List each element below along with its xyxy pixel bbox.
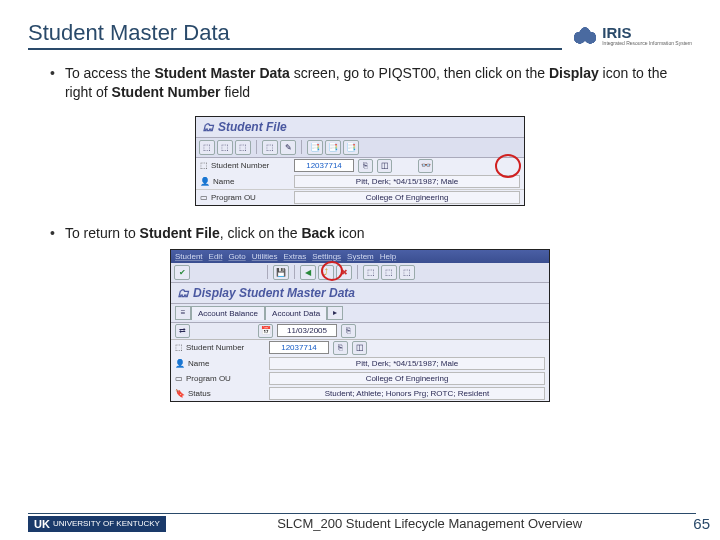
field-program-ou: College Of Engineering: [269, 372, 545, 385]
sap2-menubar: Student Edit Goto Utilities Extras Setti…: [171, 250, 549, 263]
toolbar-button[interactable]: ⬚: [199, 140, 215, 155]
toolbar-button[interactable]: ⬚: [399, 265, 415, 280]
menu-item[interactable]: System: [347, 252, 374, 261]
menu-item[interactable]: Extras: [284, 252, 307, 261]
sap2-toolbar-top: ✔ 💾 ◀ ⤴ ✖ ⬚ ⬚ ⬚: [171, 263, 549, 283]
sap2-header: 🗂 Display Student Master Data: [171, 283, 549, 304]
iris-flower-icon: [572, 22, 598, 48]
uk-logo: UK UNIVERSITY OF KENTUCKY: [28, 516, 166, 532]
field-name: Pitt, Derk; *04/15/1987; Male: [269, 357, 545, 370]
label-program-ou: ▭Program OU: [200, 193, 290, 202]
menu-item[interactable]: Edit: [209, 252, 223, 261]
toolbar-button[interactable]: ⬚: [381, 265, 397, 280]
label-program-ou: ▭Program OU: [175, 374, 265, 383]
search-help-icon[interactable]: ⎘: [333, 341, 348, 355]
iris-logo: IRIS Integrated Resource Information Sys…: [562, 22, 692, 50]
toolbar-button[interactable]: ⬚: [363, 265, 379, 280]
tab-icon[interactable]: ≡: [175, 306, 191, 320]
toolbar-button[interactable]: 📑: [343, 140, 359, 155]
label-status: 🔖Status: [175, 389, 265, 398]
field-student-number[interactable]: 12037714: [294, 159, 354, 172]
toolbar-button[interactable]: 📑: [307, 140, 323, 155]
menu-item[interactable]: Help: [380, 252, 396, 261]
page-number: 65: [693, 515, 710, 532]
create-icon[interactable]: ◫: [377, 159, 392, 173]
field-name: Pitt, Derk; *04/15/1987; Male: [294, 175, 520, 188]
toggle-icon[interactable]: ⇄: [175, 324, 190, 338]
footer-text: SLCM_200 Student Lifecycle Management Ov…: [166, 516, 693, 531]
enter-icon[interactable]: ✔: [174, 265, 190, 280]
tab-scroll-icon[interactable]: ▸: [327, 306, 343, 320]
label-name: 👤Name: [175, 359, 265, 368]
bullet-2-text: To return to Student File, click on the …: [65, 224, 365, 243]
iris-logo-subtext: Integrated Resource Information System: [602, 41, 692, 46]
tab-account-balance[interactable]: Account Balance: [191, 306, 265, 320]
menu-item[interactable]: Utilities: [252, 252, 278, 261]
label-name: 👤Name: [200, 177, 290, 186]
field-program-ou: College Of Engineering: [294, 191, 520, 204]
back-icon[interactable]: ◀: [300, 265, 316, 280]
toolbar-button[interactable]: ⬚: [217, 140, 233, 155]
cancel-icon[interactable]: ✖: [336, 265, 352, 280]
field-date[interactable]: 11/03/2005: [277, 324, 337, 337]
label-student-number: ⬚Student Number: [200, 161, 290, 170]
exit-icon[interactable]: ⤴: [318, 265, 334, 280]
sap2-tabs: ≡ Account Balance Account Data ▸: [171, 304, 549, 323]
toolbar-button[interactable]: ⬚: [235, 140, 251, 155]
field-status: Student; Athlete; Honors Prg; ROTC; Resi…: [269, 387, 545, 400]
card-icon: 🗂: [202, 120, 214, 134]
sap1-header: 🗂 Student File: [196, 117, 524, 138]
card-icon: 🗂: [177, 286, 189, 300]
label-student-number: ⬚Student Number: [175, 343, 265, 352]
sap-screenshot-1: 🗂 Student File ⬚ ⬚ ⬚ ⬚ ✎ 📑 📑 📑: [195, 116, 525, 206]
field-student-number[interactable]: 12037714: [269, 341, 329, 354]
tab-account-data[interactable]: Account Data: [265, 306, 327, 320]
bullet-marker: •: [50, 64, 55, 102]
save-icon[interactable]: 💾: [273, 265, 289, 280]
search-help-icon[interactable]: ⎘: [358, 159, 373, 173]
iris-logo-text: IRIS: [602, 24, 692, 41]
toolbar-button[interactable]: ⬚: [262, 140, 278, 155]
menu-item[interactable]: Student: [175, 252, 203, 261]
create-icon[interactable]: ◫: [352, 341, 367, 355]
toolbar-button[interactable]: 📑: [325, 140, 341, 155]
date-field-icon[interactable]: 📅: [258, 324, 273, 338]
menu-item[interactable]: Settings: [312, 252, 341, 261]
slide-title: Student Master Data: [28, 20, 562, 50]
slide-footer: UK UNIVERSITY OF KENTUCKY SLCM_200 Stude…: [0, 515, 720, 532]
bullet-1-text: To access the Student Master Data screen…: [65, 64, 692, 102]
display-icon[interactable]: 👓: [418, 159, 433, 173]
toolbar-button[interactable]: ✎: [280, 140, 296, 155]
date-help-icon[interactable]: ⎘: [341, 324, 356, 338]
bullet-marker: •: [50, 224, 55, 243]
menu-item[interactable]: Goto: [228, 252, 245, 261]
sap1-toolbar: ⬚ ⬚ ⬚ ⬚ ✎ 📑 📑 📑: [196, 138, 524, 158]
sap-screenshot-2: Student Edit Goto Utilities Extras Setti…: [170, 249, 550, 402]
